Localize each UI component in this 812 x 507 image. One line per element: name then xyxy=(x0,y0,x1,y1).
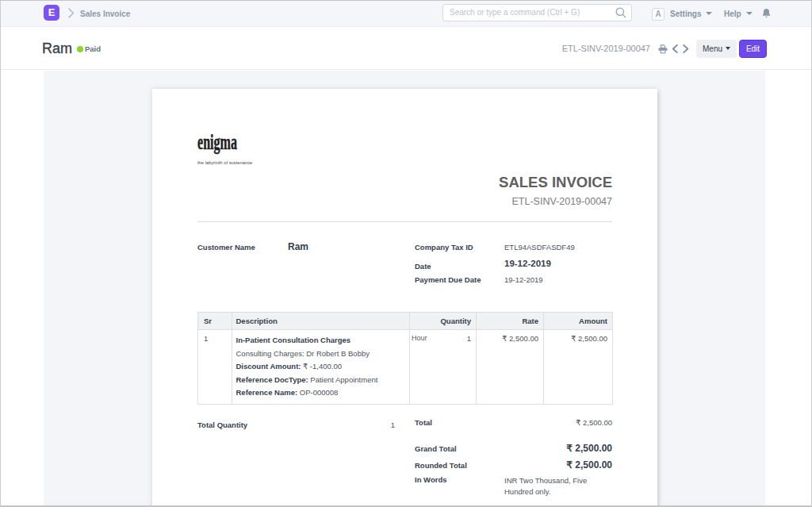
svg-text:enigma: enigma xyxy=(197,129,237,154)
